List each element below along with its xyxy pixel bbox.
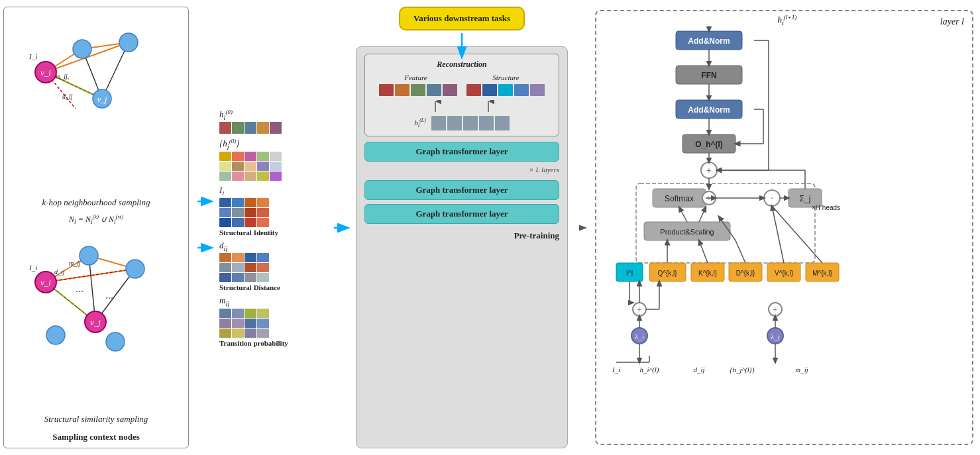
svg-point-9 (119, 33, 138, 52)
svg-text:{h_j^(l)}: {h_j^(l)} (730, 366, 755, 374)
svg-text:Softmax: Softmax (665, 194, 694, 203)
svg-point-30 (126, 260, 144, 278)
hj0-grid (219, 152, 325, 181)
svg-text:λ_j: λ_j (771, 332, 780, 340)
svg-text:m_ij: m_ij (795, 366, 808, 374)
Ii-label: Ii (219, 185, 325, 197)
svg-text:K^{k,l}: K^{k,l} (698, 270, 718, 277)
left-to-features-arrow (194, 7, 214, 448)
recon-labels: Feature Structure (372, 74, 552, 81)
right-panel: layer l hi(l+1) Add&Norm FFN Add (595, 10, 973, 445)
mij-grid (219, 309, 325, 338)
svg-text:D^{k,l}: D^{k,l} (736, 270, 755, 277)
svg-text:I_i: I_i (612, 366, 620, 374)
sampling-context-label: Sampling context nodes (9, 432, 183, 442)
recon-title: Reconstruction (372, 60, 552, 70)
top-graph-svg: v_i I_i v_j m_ij, d_ij (9, 13, 182, 165)
hi0-row: hi(0) (219, 108, 325, 134)
hj0-row: {hj(0)} (219, 138, 325, 181)
mij-label: mij (219, 295, 325, 307)
hi0-label: hi(0) (219, 108, 325, 121)
svg-text:I_i: I_i (28, 52, 37, 60)
structural-similarity-label: Structural similarity sampling (9, 414, 183, 425)
svg-text:I^l: I^l (626, 269, 633, 277)
svg-text:I_i: I_i (28, 264, 37, 272)
center-panel-wrapper: Various downstream tasks Reconstruction … (356, 7, 568, 448)
svg-text:v_i: v_i (40, 68, 51, 77)
svg-text:m_ij,: m_ij, (56, 73, 69, 80)
equation-label: Ni = Ni(k) ∪ Ni(st) (9, 214, 183, 225)
features-panel: hi(0) {hj(0)} (219, 7, 325, 448)
Ii-grid (219, 198, 325, 227)
svg-text:...: ... (105, 289, 113, 301)
transformer-layer-mid: Graph transformer layer (364, 180, 559, 200)
downstream-box: Various downstream tasks (399, 7, 525, 30)
right-panel-svg: Add&Norm FFN Add&Norm O_h^(l) + Σ_j ×H h… (596, 11, 972, 444)
svg-line-107 (679, 207, 687, 222)
svg-text:Add&Norm: Add&Norm (688, 36, 730, 46)
transformer-layers: Graph transformer layer × L layers Graph… (364, 142, 559, 224)
svg-point-29 (80, 246, 98, 265)
transformer-layer-bot: Graph transformer layer (364, 204, 559, 224)
svg-text:m_ij: m_ij (69, 260, 81, 267)
mij-row: mij Transition probability (219, 295, 325, 347)
svg-line-109 (772, 206, 784, 263)
svg-text:λ_i: λ_i (635, 332, 644, 340)
downstream-arrow (452, 33, 472, 60)
structural-distance-label: Structural Distance (219, 283, 325, 291)
svg-text:+: + (706, 166, 712, 176)
dij-row: dij Structural Distance (219, 240, 325, 292)
dij-label: dij (219, 240, 325, 252)
svg-point-28 (106, 332, 125, 351)
Ii-row: Ii Structural Identity (219, 185, 325, 236)
recon-arrows (372, 100, 552, 113)
svg-point-27 (46, 326, 65, 344)
svg-line-112 (735, 240, 745, 263)
svg-text:×H heads: ×H heads (812, 204, 840, 211)
svg-point-8 (73, 40, 91, 58)
svg-text:Product&Scaling: Product&Scaling (660, 228, 714, 236)
svg-text:M^{k,l}: M^{k,l} (812, 270, 832, 277)
hi0-grid (219, 122, 325, 134)
top-graph-area: v_i I_i v_j m_ij, d_ij (9, 13, 183, 193)
svg-text:d_ij: d_ij (693, 366, 704, 374)
svg-text:+: + (773, 305, 778, 315)
structural-identity-label: Structural Identity (219, 228, 325, 236)
svg-text:v_i: v_i (40, 278, 51, 287)
svg-text:FFN: FFN (701, 71, 716, 80)
svg-text:·: · (771, 193, 773, 203)
svg-line-111 (699, 240, 708, 263)
hi-L-cells (431, 116, 510, 130)
svg-text:d_ij: d_ij (62, 93, 73, 100)
feature-label: Feature (404, 74, 427, 81)
center-panel: Reconstruction Feature Structure (356, 46, 568, 448)
svg-text:v_j: v_j (90, 317, 101, 327)
khop-label: k-hop neighbourhood sampling (9, 197, 183, 208)
svg-line-108 (699, 207, 706, 222)
layers-annotation: × L layers (364, 166, 559, 174)
hi-L-box: hi(L) (372, 116, 552, 130)
pretraining-label: Pre-training (364, 230, 559, 241)
bottom-graph-area: ... ... v_j v_i I_i d_ij m_ij (9, 229, 183, 409)
svg-text:d_ij: d_ij (54, 268, 65, 276)
svg-text:v_j: v_j (97, 95, 107, 104)
svg-text:O_h^(l): O_h^(l) (695, 140, 723, 149)
features-to-center-arrow (331, 7, 351, 448)
hj0-label: {hj(0)} (219, 138, 325, 150)
svg-text:Σ_j: Σ_j (800, 194, 811, 203)
svg-text:+: + (707, 194, 712, 203)
reconstruction-box: Reconstruction Feature Structure (364, 54, 559, 136)
svg-text:+: + (637, 305, 642, 315)
svg-text:...: ... (76, 283, 83, 294)
dij-grid (219, 253, 325, 282)
svg-text:Add&Norm: Add&Norm (688, 105, 730, 115)
bottom-graph-svg: ... ... v_j v_i I_i d_ij m_ij (9, 229, 182, 362)
left-panel: v_i I_i v_j m_ij, d_ij k-hop neighbourho… (3, 7, 189, 448)
svg-text:V^{k,l}: V^{k,l} (775, 270, 794, 277)
transition-prob-label: Transition probability (219, 339, 325, 347)
main-diagram: v_i I_i v_j m_ij, d_ij k-hop neighbourho… (0, 0, 980, 455)
recon-colors (372, 84, 552, 96)
center-to-right-arrow (573, 7, 586, 448)
structure-label: Structure (492, 74, 519, 81)
transformer-layer-top: Graph transformer layer (364, 142, 559, 162)
